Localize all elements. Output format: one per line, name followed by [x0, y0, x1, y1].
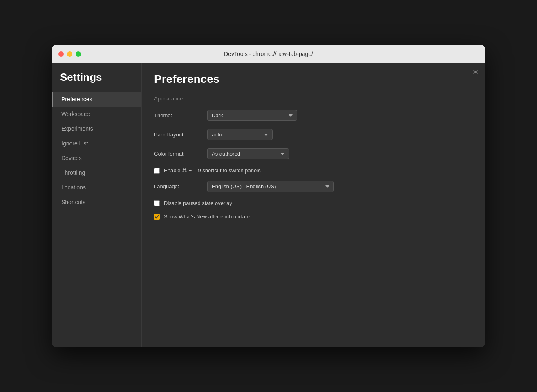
sidebar-heading: Settings [52, 71, 141, 92]
sidebar-item-throttling[interactable]: Throttling [52, 165, 141, 180]
theme-row: Theme: Default Dark Light [154, 110, 473, 121]
cmd-shortcut-label[interactable]: Enable ⌘ + 1-9 shortcut to switch panels [164, 167, 261, 174]
color-format-select[interactable]: As authored HEX RGB HSL [207, 148, 289, 159]
sidebar-item-ignore-list[interactable]: Ignore List [52, 136, 141, 151]
whats-new-label[interactable]: Show What's New after each update [164, 214, 250, 220]
cmd-shortcut-row: Enable ⌘ + 1-9 shortcut to switch panels [154, 167, 473, 174]
window-body: Settings Preferences Workspace Experimen… [52, 63, 485, 347]
window-title: DevTools - chrome://new-tab-page/ [224, 51, 313, 57]
titlebar: DevTools - chrome://new-tab-page/ [52, 45, 485, 63]
paused-overlay-row: Disable paused state overlay [154, 200, 473, 206]
color-format-label: Color format: [154, 151, 207, 157]
theme-select[interactable]: Default Dark Light [207, 110, 297, 121]
content-area: Preferences Appearance Theme: Default Da… [142, 63, 485, 347]
main-content: ✕ Preferences Appearance Theme: Default … [142, 63, 485, 347]
paused-overlay-checkbox[interactable] [154, 200, 160, 206]
theme-label: Theme: [154, 112, 207, 118]
page-title: Preferences [154, 73, 473, 86]
minimize-button[interactable] [67, 51, 72, 57]
language-row: Language: English (US) - English (US) [154, 181, 473, 192]
section-appearance-title: Appearance [154, 96, 473, 102]
close-button[interactable] [58, 51, 64, 57]
whats-new-checkbox[interactable] [154, 214, 160, 220]
whats-new-row: Show What's New after each update [154, 214, 473, 220]
panel-layout-select[interactable]: auto horizontal vertical [207, 129, 273, 140]
sidebar-item-devices[interactable]: Devices [52, 151, 141, 165]
sidebar: Settings Preferences Workspace Experimen… [52, 63, 142, 347]
cmd-shortcut-checkbox[interactable] [154, 168, 160, 174]
panel-layout-label: Panel layout: [154, 131, 207, 138]
paused-overlay-label[interactable]: Disable paused state overlay [164, 200, 232, 206]
language-label: Language: [154, 183, 207, 189]
traffic-lights [58, 51, 81, 57]
devtools-window: DevTools - chrome://new-tab-page/ Settin… [52, 45, 485, 347]
sidebar-item-locations[interactable]: Locations [52, 180, 141, 195]
maximize-button[interactable] [76, 51, 81, 57]
close-icon[interactable]: ✕ [472, 69, 479, 76]
color-format-row: Color format: As authored HEX RGB HSL [154, 148, 473, 159]
sidebar-item-preferences[interactable]: Preferences [52, 92, 141, 107]
sidebar-item-workspace[interactable]: Workspace [52, 107, 141, 121]
sidebar-item-shortcuts[interactable]: Shortcuts [52, 195, 141, 209]
panel-layout-row: Panel layout: auto horizontal vertical [154, 129, 473, 140]
sidebar-item-experiments[interactable]: Experiments [52, 121, 141, 136]
language-select[interactable]: English (US) - English (US) [207, 181, 334, 192]
